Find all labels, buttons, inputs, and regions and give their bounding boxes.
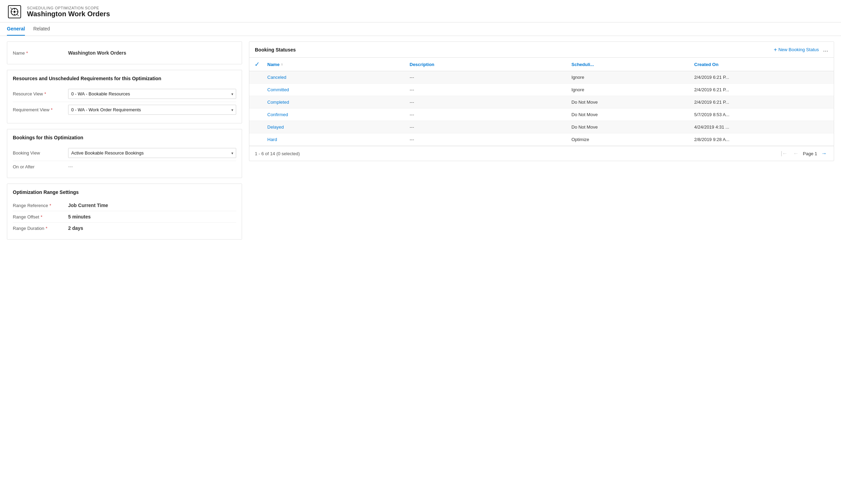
prev-page-button[interactable]: ← xyxy=(792,150,800,157)
page-nav: |← ← Page 1 → xyxy=(779,150,828,157)
booking-statuses-title: Booking Statuses xyxy=(255,47,774,53)
header-subtitle: SCHEDULING OPTIMIZATION SCOPE xyxy=(27,6,110,10)
on-or-after-row: On or After --- xyxy=(13,161,236,172)
on-or-after-value: --- xyxy=(68,164,236,169)
row-sched-3: Do Not Move xyxy=(569,112,692,117)
name-value: Washington Work Orders xyxy=(68,50,236,56)
row-desc-5: --- xyxy=(407,137,569,142)
new-booking-status-button[interactable]: + New Booking Status xyxy=(774,47,819,53)
on-or-after-label: On or After xyxy=(13,164,68,169)
row-created-5: 2/8/2019 9:28 A... xyxy=(692,137,834,142)
tab-related[interactable]: Related xyxy=(33,22,50,36)
booking-statuses-header: Booking Statuses + New Booking Status ..… xyxy=(249,42,834,58)
resource-view-select[interactable]: 0 - WA - Bookable Resources xyxy=(68,89,236,99)
next-page-button[interactable]: → xyxy=(820,150,828,157)
row-name-4[interactable]: Delayed xyxy=(265,124,407,130)
requirement-view-select[interactable]: 0 - WA - Work Order Requirements xyxy=(68,105,236,115)
first-page-button[interactable]: |← xyxy=(779,150,789,157)
booking-statuses-table: ✓ Name ↑ Description Scheduli... Created… xyxy=(249,58,834,161)
right-panel: Booking Statuses + New Booking Status ..… xyxy=(249,41,834,240)
tab-general[interactable]: General xyxy=(7,22,25,36)
optimization-section: Optimization Range Settings Range Refere… xyxy=(7,184,242,240)
range-duration-row: Range Duration* 2 days xyxy=(13,223,236,234)
name-label: Name* xyxy=(13,50,68,56)
th-description[interactable]: Description xyxy=(407,62,569,67)
sort-icon: ↑ xyxy=(281,62,283,66)
row-created-3: 5/7/2019 8:53 A... xyxy=(692,112,834,117)
row-sched-1: Ignore xyxy=(569,87,692,92)
svg-point-6 xyxy=(13,11,16,13)
page-label: Page 1 xyxy=(803,151,817,156)
row-desc-1: --- xyxy=(407,87,569,92)
resource-view-label: Resource View* xyxy=(13,91,68,96)
range-offset-row: Range Offset* 5 minutes xyxy=(13,211,236,223)
row-desc-4: --- xyxy=(407,124,569,130)
resources-title: Resources and Unscheduled Requirements f… xyxy=(13,76,236,81)
range-reference-row: Range Reference* Job Current Time xyxy=(13,200,236,211)
left-panel: Name* Washington Work Orders Resources a… xyxy=(7,41,242,240)
table-body: Canceled --- Ignore 2/4/2019 6:21 P... C… xyxy=(249,71,834,146)
header-text: SCHEDULING OPTIMIZATION SCOPE Washington… xyxy=(27,6,110,18)
bookings-section: Bookings for this Optimization Booking V… xyxy=(7,129,242,178)
table-row: Completed --- Do Not Move 2/4/2019 6:21 … xyxy=(249,96,834,109)
booking-view-select[interactable]: Active Bookable Resource Bookings xyxy=(68,148,236,158)
th-checkbox: ✓ xyxy=(249,60,265,68)
table-row: Confirmed --- Do Not Move 5/7/2019 8:53 … xyxy=(249,109,834,121)
row-desc-3: --- xyxy=(407,112,569,117)
row-name-3[interactable]: Confirmed xyxy=(265,112,407,117)
row-created-4: 4/24/2019 4:31 ... xyxy=(692,124,834,130)
requirement-view-label: Requirement View* xyxy=(13,107,68,112)
bookings-title: Bookings for this Optimization xyxy=(13,135,236,140)
page-header: SCHEDULING OPTIMIZATION SCOPE Washington… xyxy=(0,0,841,22)
row-created-1: 2/4/2019 6:21 P... xyxy=(692,87,834,92)
row-name-2[interactable]: Completed xyxy=(265,100,407,105)
resource-view-select-wrapper[interactable]: 0 - WA - Bookable Resources ▾ xyxy=(68,89,236,99)
range-reference-value: Job Current Time xyxy=(68,203,236,208)
header-title: Washington Work Orders xyxy=(27,10,110,18)
booking-actions: + New Booking Status ... xyxy=(774,46,828,53)
svg-line-7 xyxy=(10,8,12,9)
range-offset-value: 5 minutes xyxy=(68,214,236,220)
row-created-0: 2/4/2019 6:21 P... xyxy=(692,75,834,80)
table-row: Canceled --- Ignore 2/4/2019 6:21 P... xyxy=(249,71,834,84)
th-name[interactable]: Name ↑ xyxy=(265,62,407,67)
main-content: Name* Washington Work Orders Resources a… xyxy=(0,41,841,240)
row-name-5[interactable]: Hard xyxy=(265,137,407,142)
th-created-on[interactable]: Created On xyxy=(692,62,834,67)
booking-view-select-wrapper[interactable]: Active Bookable Resource Bookings ▾ xyxy=(68,148,236,158)
tab-bar: General Related xyxy=(0,22,841,36)
name-required: * xyxy=(26,50,28,56)
row-name-1[interactable]: Committed xyxy=(265,87,407,92)
row-desc-2: --- xyxy=(407,100,569,105)
row-sched-4: Do Not Move xyxy=(569,124,692,130)
table-footer: 1 - 6 of 14 (0 selected) |← ← Page 1 → xyxy=(249,146,834,161)
booking-view-row: Booking View Active Bookable Resource Bo… xyxy=(13,145,236,161)
row-sched-0: Ignore xyxy=(569,75,692,80)
plus-icon: + xyxy=(774,47,777,53)
optimization-title: Optimization Range Settings xyxy=(13,189,236,195)
requirement-view-row: Requirement View* 0 - WA - Work Order Re… xyxy=(13,102,236,118)
range-offset-label: Range Offset* xyxy=(13,214,68,220)
table-row: Delayed --- Do Not Move 4/24/2019 4:31 .… xyxy=(249,121,834,133)
svg-line-8 xyxy=(17,15,19,16)
app-icon xyxy=(7,4,22,19)
row-sched-5: Optimize xyxy=(569,137,692,142)
resources-section: Resources and Unscheduled Requirements f… xyxy=(7,70,242,123)
row-created-2: 2/4/2019 6:21 P... xyxy=(692,100,834,105)
range-duration-value: 2 days xyxy=(68,225,236,231)
row-sched-2: Do Not Move xyxy=(569,100,692,105)
row-name-0[interactable]: Canceled xyxy=(265,75,407,80)
range-duration-label: Range Duration* xyxy=(13,226,68,231)
resource-view-row: Resource View* 0 - WA - Bookable Resourc… xyxy=(13,86,236,102)
row-desc-0: --- xyxy=(407,75,569,80)
requirement-view-select-wrapper[interactable]: 0 - WA - Work Order Requirements ▾ xyxy=(68,105,236,115)
booking-view-label: Booking View xyxy=(13,150,68,156)
new-booking-status-label: New Booking Status xyxy=(778,47,819,52)
table-row: Committed --- Ignore 2/4/2019 6:21 P... xyxy=(249,84,834,96)
booking-statuses-section: Booking Statuses + New Booking Status ..… xyxy=(249,41,834,161)
name-section: Name* Washington Work Orders xyxy=(7,41,242,64)
more-options-button[interactable]: ... xyxy=(823,46,828,53)
th-scheduling[interactable]: Scheduli... xyxy=(569,62,692,67)
page-info: 1 - 6 of 14 (0 selected) xyxy=(255,151,779,156)
name-row: Name* Washington Work Orders xyxy=(13,47,236,58)
